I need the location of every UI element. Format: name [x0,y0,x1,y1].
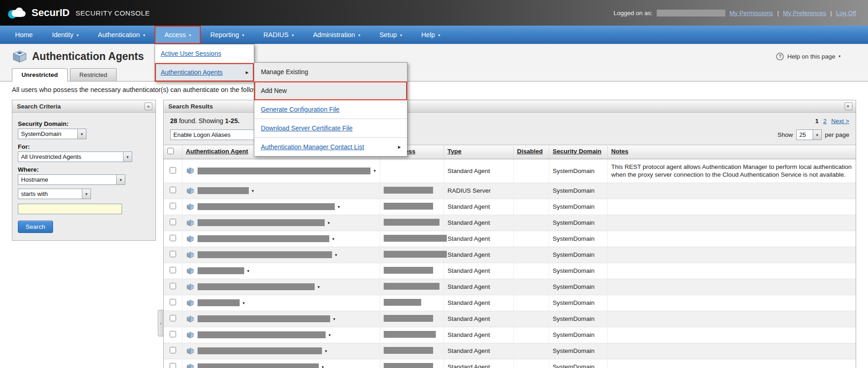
row-checkbox[interactable] [170,267,176,273]
where-text-input[interactable] [18,204,122,214]
row-checkbox[interactable] [170,283,176,289]
panel-collapse-handle[interactable]: ‹ [158,310,163,336]
agent-name-cell: ▾ [186,267,376,275]
column-type[interactable]: Type [448,148,462,155]
row-checkbox[interactable] [170,219,176,225]
chevron-down-icon[interactable]: ▾ [325,349,327,353]
results-count-text: 28 found. Showing 1-25. [170,117,240,124]
nav-access-label: Access [164,31,186,38]
row-checkbox[interactable] [170,187,176,193]
where-field-select[interactable]: Hostname ▾ [18,174,125,185]
next-page-link[interactable]: Next > [831,118,849,124]
logged-on-user-redacted [657,10,725,16]
chevron-down-icon[interactable]: ▾ [335,253,338,257]
agent-name-redacted [198,347,322,354]
nav-setup[interactable]: Setup ▾ [370,26,412,44]
menu-item-authentication-agents[interactable]: Authentication Agents ▶ Manage Existing … [155,63,254,81]
chevron-down-icon[interactable]: ▾ [374,168,376,173]
agent-disabled [513,279,549,295]
search-button[interactable]: Search [18,221,53,233]
nav-identity[interactable]: Identity ▾ [43,26,88,44]
agent-security-domain: SystemDomain [549,295,607,311]
submenu-label: Add New [261,87,287,94]
chevron-down-icon[interactable]: ▾ [329,333,331,337]
nav-radius[interactable]: RADIUS ▾ [254,26,303,44]
chevron-down-icon: ▾ [116,175,125,184]
security-domain-value: SystemDomain [18,129,77,139]
agent-name-redacted [198,267,244,274]
page-2-link[interactable]: 2 [823,118,827,124]
agent-type: Standard Agent [444,295,513,311]
security-domain-select[interactable]: SystemDomain ▾ [18,129,86,139]
tab-restricted[interactable]: Restricted [70,68,117,81]
row-checkbox[interactable] [170,167,176,173]
separator: | [777,10,779,16]
collapse-left-icon[interactable]: « [145,103,152,110]
agent-name-redacted [198,235,329,242]
menu-item-active-user-sessions[interactable]: Active User Sessions [155,44,254,63]
chevron-down-icon[interactable]: ▾ [328,221,330,225]
nav-authentication[interactable]: Authentication ▾ [88,26,155,44]
for-select[interactable]: All Unrestricted Agents ▾ [18,152,132,162]
search-criteria-body: Security Domain: SystemDomain ▾ For: All… [12,113,155,240]
row-checkbox[interactable] [170,363,176,368]
row-checkbox[interactable] [170,315,176,321]
chevron-down-icon: ▾ [838,54,841,59]
chevron-down-icon[interactable]: ▾ [332,237,335,241]
menu-label: Authentication Agents [161,69,222,76]
agent-security-domain: SystemDomain [549,159,607,183]
submenu-item-authentication-manager-contact-list[interactable]: Authentication Manager Contact List ▶ [254,138,407,156]
column-disabled[interactable]: Disabled [517,148,543,155]
row-checkbox[interactable] [170,251,176,257]
nav-access[interactable]: Access ▾ Active User Sessions Authentica… [155,26,200,44]
column-authentication-agent[interactable]: Authentication Agent [186,148,248,155]
row-checkbox[interactable] [170,203,176,209]
chevron-down-icon[interactable]: ▾ [338,205,340,209]
submenu-item-download-server-certificate-file[interactable]: Download Server Certificate File [254,119,407,138]
chevron-down-icon[interactable]: ▾ [252,189,254,193]
chevron-down-icon[interactable]: ▾ [243,301,245,305]
chevron-down-icon[interactable]: ▾ [318,285,320,289]
nav-home[interactable]: Home [5,26,43,44]
agent-notes [607,247,856,263]
column-security-domain[interactable]: Security Domain [553,148,602,155]
agent-type: Standard Agent [444,343,513,359]
row-checkbox[interactable] [170,299,176,305]
collapse-up-icon[interactable]: « [845,103,852,110]
chevron-down-icon: ▾ [143,32,145,38]
table-row: ▾ RADIUS Server SystemDomain [164,183,856,199]
tab-unrestricted[interactable]: Unrestricted [12,68,68,81]
nav-reporting[interactable]: Reporting ▾ [201,26,254,44]
my-preferences-link[interactable]: My Preferences [783,10,826,16]
nav-reporting-label: Reporting [210,31,239,38]
chevron-down-icon[interactable]: ▾ [322,365,324,368]
column-notes[interactable]: Notes [611,148,629,155]
row-checkbox[interactable] [170,347,176,353]
agent-disabled [513,263,549,279]
row-checkbox-cell [164,183,182,199]
nav-administration[interactable]: Administration ▾ [303,26,370,44]
select-all-checkbox[interactable] [167,148,174,154]
submenu-arrow-icon: ▶ [246,70,248,75]
where-label: Where: [18,166,150,173]
submenu-item-add-new[interactable]: Add New [254,81,407,100]
agent-name-cell: ▾ [186,203,376,211]
table-row: ▾ Standard Agent SystemDomain [164,263,856,279]
row-checkbox[interactable] [170,235,176,241]
my-permissions-link[interactable]: My Permissions [729,10,773,16]
submenu-item-manage-existing[interactable]: Manage Existing [254,63,407,81]
chevron-down-icon[interactable]: ▾ [247,269,250,273]
agent-disabled [513,231,549,247]
help-on-this-page[interactable]: ? Help on this page ▾ [776,53,841,60]
agent-ip-redacted [384,299,421,306]
nav-help[interactable]: Help ▾ [412,26,450,44]
row-checkbox[interactable] [170,331,176,337]
per-page-select[interactable]: 25 ▾ [796,130,822,140]
agent-name-redacted [198,219,325,226]
where-operator-select[interactable]: starts with ▾ [18,189,91,199]
chevron-down-icon[interactable]: ▾ [333,317,336,321]
agent-name-cell: ▾ [186,251,376,259]
submenu-item-generate-configuration-file[interactable]: Generate Configuration File [254,100,407,119]
agent-disabled [513,183,549,199]
log-off-link[interactable]: Log Off [836,10,856,16]
